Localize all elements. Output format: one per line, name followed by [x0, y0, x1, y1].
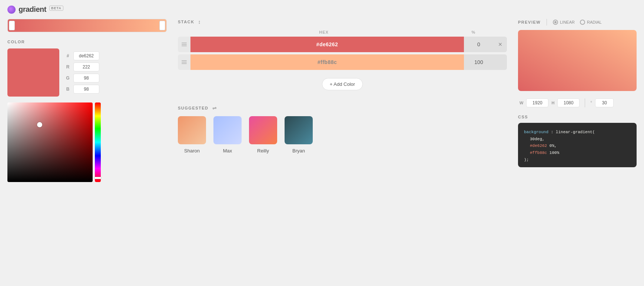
hex-btn-1[interactable]: #de6262 — [190, 37, 464, 52]
suggested-title: SUGGESTED — [178, 106, 209, 110]
swatch-label-bryan: Bryan — [292, 148, 305, 154]
color-gradient-box[interactable] — [7, 102, 93, 182]
css-colon: : linear-gradient( — [551, 130, 595, 134]
swatch-item: Sharon — [178, 116, 206, 154]
r-input[interactable] — [73, 63, 99, 71]
hex-input[interactable] — [73, 51, 99, 60]
gradient-bar[interactable] — [7, 19, 167, 32]
hex-col-header: HEX — [193, 30, 455, 34]
drag-handle-1[interactable] — [178, 43, 190, 46]
css-pct1: 0%, — [550, 144, 557, 148]
dim-separator — [585, 98, 585, 107]
css-close: ); — [524, 158, 529, 162]
color-inputs: # R G B — [65, 48, 99, 97]
svg-rect-3 — [182, 60, 187, 61]
right-panel: PREVIEW LINEAR RADIAL W H ° — [518, 19, 637, 182]
deg-symbol: ° — [590, 100, 592, 105]
gradient-handle-left[interactable] — [9, 21, 15, 30]
css-prop: background — [524, 130, 548, 134]
stack-table-header: HEX % — [178, 30, 507, 37]
sort-icon[interactable]: ↕ — [198, 19, 201, 25]
swatch-bryan[interactable] — [285, 116, 313, 144]
linear-label: LINEAR — [560, 20, 575, 24]
css-section-title: CSS — [518, 115, 637, 119]
suggested-header: SUGGESTED ⇌ — [178, 105, 507, 111]
h-input[interactable] — [557, 98, 580, 107]
pct-input-2[interactable] — [464, 54, 494, 70]
hex-btn-2[interactable]: #ffb88c — [190, 54, 464, 70]
svg-rect-4 — [182, 62, 187, 63]
svg-rect-5 — [182, 63, 187, 64]
b-input[interactable] — [73, 85, 99, 94]
shuffle-icon[interactable]: ⇌ — [212, 105, 217, 111]
b-label: B — [65, 87, 70, 92]
main-content: COLOR # R G B — [0, 19, 644, 182]
color-picker-area — [7, 102, 167, 182]
add-color-container: + Add Color — [178, 72, 507, 90]
swatch-sharon[interactable] — [178, 116, 206, 144]
middle-panel: STACK ↕ HEX % #de6262 × — [178, 19, 507, 182]
gradient-bar-container — [7, 19, 167, 32]
swatch-item: Reilly — [249, 116, 277, 154]
left-panel: COLOR # R G B — [7, 19, 167, 182]
css-line-3: #de6262 0%, — [524, 142, 631, 149]
hex-label: # — [65, 53, 70, 58]
add-color-button[interactable]: + Add Color — [322, 78, 363, 90]
radial-radio[interactable]: RADIAL — [580, 20, 602, 25]
svg-rect-2 — [182, 46, 187, 46]
color-section: # R G B — [7, 48, 167, 97]
delete-placeholder-2 — [494, 54, 507, 70]
swatch-label-max: Max — [223, 148, 232, 154]
css-color2: #ffb88c — [530, 151, 547, 155]
w-label: W — [519, 101, 523, 105]
divider — [547, 19, 547, 26]
suggested-section: SUGGESTED ⇌ Sharon Max Reilly — [178, 105, 507, 154]
svg-rect-0 — [182, 43, 187, 43]
header: gradient BETA — [0, 0, 644, 19]
swatch-item: Bryan — [285, 116, 313, 154]
linear-radio[interactable]: LINEAR — [553, 20, 575, 25]
preview-header: PREVIEW LINEAR RADIAL — [518, 19, 637, 26]
deg-input[interactable] — [595, 98, 614, 107]
css-deg: 30deg, — [530, 137, 545, 141]
suggested-swatches: Sharon Max Reilly Bryan — [178, 116, 507, 154]
r-label: R — [65, 64, 70, 70]
swatch-label-reilly: Reilly — [257, 148, 269, 154]
drag-handle-2[interactable] — [178, 60, 190, 64]
hex-input-row: # — [65, 51, 99, 60]
stack-row: #ffb88c — [178, 54, 507, 70]
g-input[interactable] — [73, 74, 99, 83]
linear-radio-dot — [553, 20, 558, 25]
preview-canvas — [518, 30, 637, 91]
b-input-row: B — [65, 85, 99, 94]
gradient-handle-right[interactable] — [159, 21, 165, 30]
radial-label: RADIAL — [587, 20, 602, 24]
swatch-item: Max — [213, 116, 242, 154]
stack-section-title: STACK — [178, 20, 195, 24]
preview-title: PREVIEW — [518, 20, 541, 24]
picker-dot[interactable] — [37, 122, 42, 127]
radio-group: LINEAR RADIAL — [553, 20, 602, 25]
pct-input-1[interactable] — [464, 37, 494, 52]
swatch-label-sharon: Sharon — [184, 148, 200, 154]
css-pct2: 100% — [550, 151, 559, 155]
r-input-row: R — [65, 63, 99, 71]
css-line-5: ); — [524, 157, 631, 164]
pct-col-header: % — [455, 30, 492, 34]
swatch-max[interactable] — [213, 116, 242, 144]
hue-handle[interactable] — [94, 177, 102, 179]
delete-btn-1[interactable]: × — [494, 37, 507, 52]
g-label: G — [65, 75, 70, 81]
css-line-2: 30deg, — [524, 136, 631, 143]
app-name: gradient — [19, 5, 46, 14]
h-label: H — [551, 101, 554, 105]
swatch-reilly[interactable] — [249, 116, 277, 144]
color-section-title: COLOR — [7, 40, 167, 44]
css-line-4: #ffb88c 100% — [524, 149, 631, 157]
w-input[interactable] — [526, 98, 548, 107]
hue-slider[interactable] — [95, 102, 101, 182]
beta-badge: BETA — [49, 6, 63, 11]
radial-radio-dot — [580, 20, 585, 25]
g-input-row: G — [65, 74, 99, 83]
svg-rect-1 — [182, 44, 187, 45]
